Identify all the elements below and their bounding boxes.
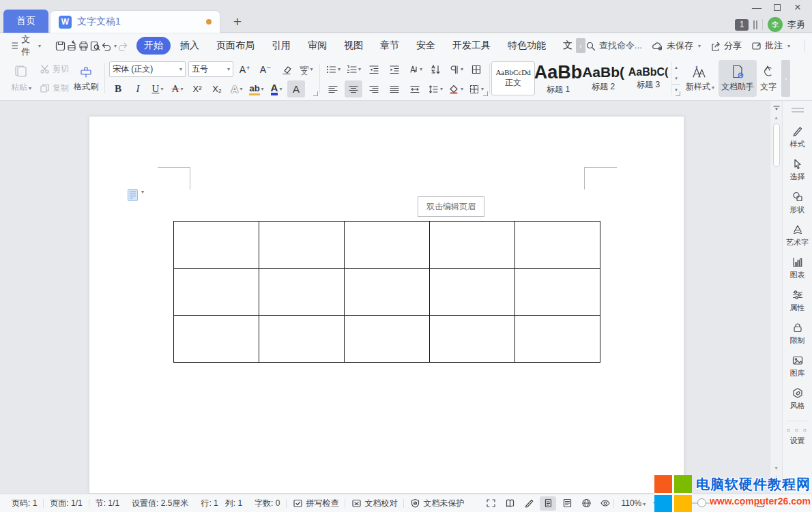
ribbon-expand-button[interactable]: › <box>781 60 790 97</box>
bullets-button[interactable]: ▾ <box>324 61 342 78</box>
align-left-button[interactable] <box>324 80 342 97</box>
window-close-button[interactable]: × <box>787 0 808 15</box>
comment-button[interactable]: 批注 ▾ <box>751 40 790 52</box>
superscript-button[interactable]: X² <box>188 80 206 97</box>
table-cell[interactable] <box>515 222 600 269</box>
tab-list-icon[interactable] <box>753 20 757 29</box>
table-cell[interactable] <box>345 316 430 363</box>
sidebar-item-settings[interactable]: ○ ○ ○ 设置 <box>787 427 808 446</box>
spell-check-button[interactable]: 拼写检查 <box>287 498 345 509</box>
status-pages[interactable]: 页面: 1/1 <box>44 498 88 509</box>
doc-assistant-button[interactable]: 文档助手 <box>719 60 757 97</box>
document-table[interactable] <box>173 221 600 363</box>
tab-text-truncated[interactable]: 文 <box>555 37 574 55</box>
numbering-button[interactable]: ▾ <box>345 61 362 78</box>
protection-status-button[interactable]: 文档未保护 <box>404 498 470 509</box>
status-word-count[interactable]: 字数: 0 <box>248 498 286 509</box>
sort-button[interactable] <box>426 61 444 78</box>
status-line-column[interactable]: 行: 1 列: 1 <box>194 498 248 509</box>
notification-badge[interactable]: 1 <box>735 19 749 31</box>
sidebar-item-theme[interactable]: 风格 <box>790 387 805 411</box>
styles-scroll-up-button[interactable]: ▴ <box>671 62 680 73</box>
table-cell[interactable] <box>345 269 430 316</box>
bold-button[interactable]: B <box>109 80 127 97</box>
table-cell[interactable] <box>174 222 259 269</box>
tab-view[interactable]: 视图 <box>336 37 371 55</box>
table-cell[interactable] <box>430 316 515 363</box>
status-section[interactable]: 节: 1/1 <box>89 498 126 509</box>
grow-font-button[interactable]: A⁺ <box>236 61 254 78</box>
phonetic-guide-button[interactable]: wén 文 ▾ <box>298 61 315 78</box>
web-layout-button[interactable] <box>578 496 594 511</box>
sidebar-item-select[interactable]: 选择 <box>790 158 805 182</box>
proofread-button[interactable]: 文档校对 <box>345 498 403 509</box>
tab-insert[interactable]: 插入 <box>173 37 207 55</box>
highlight-button[interactable]: ab▾ <box>248 80 265 97</box>
text-tools-button[interactable] <box>467 61 485 78</box>
decrease-indent-button[interactable] <box>365 61 383 78</box>
tab-home[interactable]: 开始 <box>136 37 171 55</box>
underline-button[interactable]: U▾ <box>149 80 166 97</box>
justify-button[interactable] <box>386 80 403 97</box>
align-center-button[interactable] <box>345 80 362 97</box>
char-shading-button[interactable]: A <box>287 80 305 97</box>
scrollbar-thumb[interactable] <box>773 123 780 167</box>
table-cell[interactable] <box>259 222 345 269</box>
new-style-button[interactable]: 新样式▾ <box>686 61 714 96</box>
table-cell[interactable] <box>174 316 259 363</box>
table-cell[interactable] <box>430 269 515 316</box>
tab-references[interactable]: 引用 <box>264 37 298 55</box>
table-cell[interactable] <box>259 269 345 316</box>
sidebar-item-restrict[interactable]: 限制 <box>790 322 805 346</box>
tab-security[interactable]: 安全 <box>409 37 443 55</box>
cut-button[interactable]: 剪切 <box>40 61 69 77</box>
home-tab-button[interactable]: 首页 <box>3 10 48 33</box>
style-card-normal[interactable]: AaBbCcDd 正文 <box>491 61 535 95</box>
zoom-level-button[interactable]: 110%▾ <box>621 498 646 508</box>
show-marks-button[interactable]: ▾ <box>447 61 465 78</box>
print-layout-button[interactable] <box>540 496 556 511</box>
status-margin-setting[interactable]: 设置值: 2.5厘米 <box>126 498 194 509</box>
style-card-heading3[interactable]: AaBbC( 标题 3 <box>626 61 670 95</box>
status-page-number[interactable]: 页码: 1 <box>5 498 43 509</box>
font-size-select[interactable]: 五号 ▾ <box>188 61 233 77</box>
format-painter-button[interactable]: 格式刷 <box>72 61 100 96</box>
distribute-button[interactable] <box>406 80 424 97</box>
share-button[interactable]: 分享 <box>710 40 742 52</box>
sidebar-item-gallery[interactable]: 图库 <box>790 355 805 378</box>
fullscreen-view-button[interactable] <box>482 496 499 511</box>
sidebar-item-wordart[interactable]: 艺术字 <box>786 224 809 247</box>
styles-more-button[interactable]: ▾ <box>671 84 680 95</box>
page-format-quick-button[interactable]: ▾ <box>128 189 144 201</box>
text-effects-button[interactable]: A▾ <box>228 80 246 97</box>
strikethrough-button[interactable]: A▾ <box>169 80 186 97</box>
sidebar-item-properties[interactable]: 属性 <box>790 289 805 313</box>
document-area[interactable]: ▾ 双击编辑页眉 <box>0 101 770 494</box>
shrink-font-button[interactable]: A⁻ <box>257 61 274 78</box>
window-maximize-button[interactable] <box>767 0 787 15</box>
paste-button[interactable]: 粘贴▾ <box>7 61 35 96</box>
save-status-button[interactable]: 未保存 ▾ <box>652 40 701 52</box>
undo-button[interactable]: ▾ <box>101 37 117 55</box>
clear-format-button[interactable] <box>277 61 295 78</box>
styles-scroll-down-button[interactable]: ▾ <box>671 73 680 84</box>
print-button[interactable] <box>78 37 89 55</box>
scroll-up-button[interactable]: ▴ <box>774 112 777 122</box>
style-card-heading2[interactable]: AaBb( 标题 2 <box>581 61 625 95</box>
vertical-scrollbar[interactable]: ▴ ▾ ▴▴ <box>770 101 782 494</box>
subscript-button[interactable]: X₂ <box>208 80 226 97</box>
tab-page-layout[interactable]: 页面布局 <box>209 37 262 55</box>
tab-section[interactable]: 章节 <box>373 37 407 55</box>
user-name[interactable]: 李勇 <box>787 18 805 31</box>
export-pdf-button[interactable] <box>66 37 78 55</box>
file-menu-button[interactable]: 文件 ▾ <box>7 33 45 58</box>
read-layout-button[interactable] <box>502 496 518 511</box>
copy-button[interactable]: 复制 <box>40 80 69 96</box>
line-spacing-button[interactable]: ▾ <box>426 80 444 97</box>
ruler-toggle-icon[interactable] <box>772 103 781 112</box>
redo-button[interactable] <box>117 37 128 55</box>
ink-mode-button[interactable] <box>521 496 537 511</box>
style-card-heading1[interactable]: AaBb 标题 1 <box>536 61 580 95</box>
sidebar-item-styles[interactable]: 样式 <box>790 125 805 149</box>
table-cell[interactable] <box>259 316 345 363</box>
